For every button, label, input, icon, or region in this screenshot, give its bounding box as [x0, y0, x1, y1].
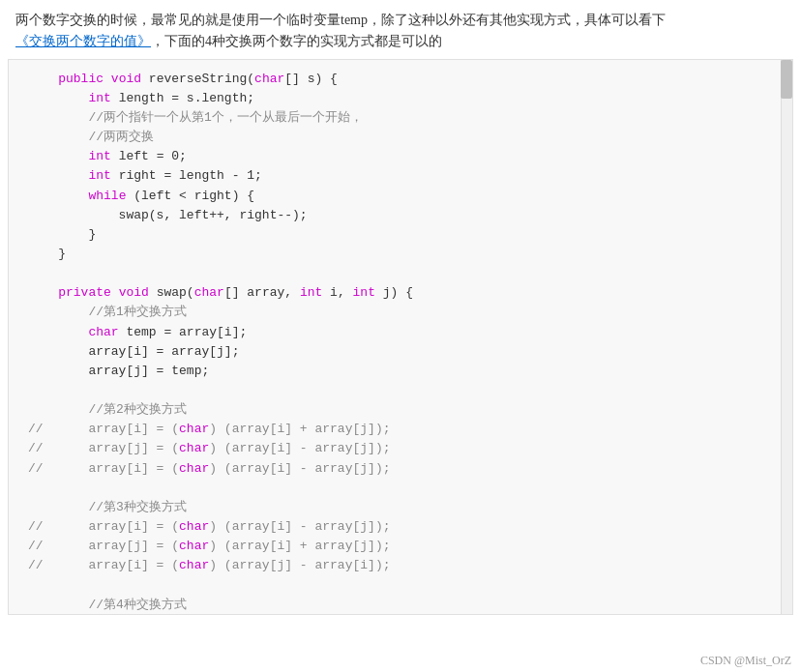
- intro-link[interactable]: 《交换两个数字的值》: [15, 34, 151, 48]
- intro-text-2: ，下面的4种交换两个数字的实现方式都是可以的: [151, 34, 442, 48]
- intro-text-block: 两个数字交换的时候，最常见的就是使用一个临时变量temp，除了这种以外还有其他实…: [0, 0, 801, 59]
- code-block: public void reverseString(char[] s) { in…: [8, 59, 793, 615]
- code-content: public void reverseString(char[] s) { in…: [9, 70, 792, 615]
- scrollbar-thumb[interactable]: [781, 60, 792, 99]
- footer-bar: CSDN @Mist_OrZ: [691, 650, 801, 672]
- footer-label: CSDN @Mist_OrZ: [700, 654, 791, 667]
- code-pre: public void reverseString(char[] s) { in…: [28, 70, 773, 615]
- page-container: 两个数字交换的时候，最常见的就是使用一个临时变量temp，除了这种以外还有其他实…: [0, 0, 801, 672]
- intro-text-1: 两个数字交换的时候，最常见的就是使用一个临时变量temp，除了这种以外还有其他实…: [15, 13, 666, 27]
- scrollbar[interactable]: [781, 60, 792, 614]
